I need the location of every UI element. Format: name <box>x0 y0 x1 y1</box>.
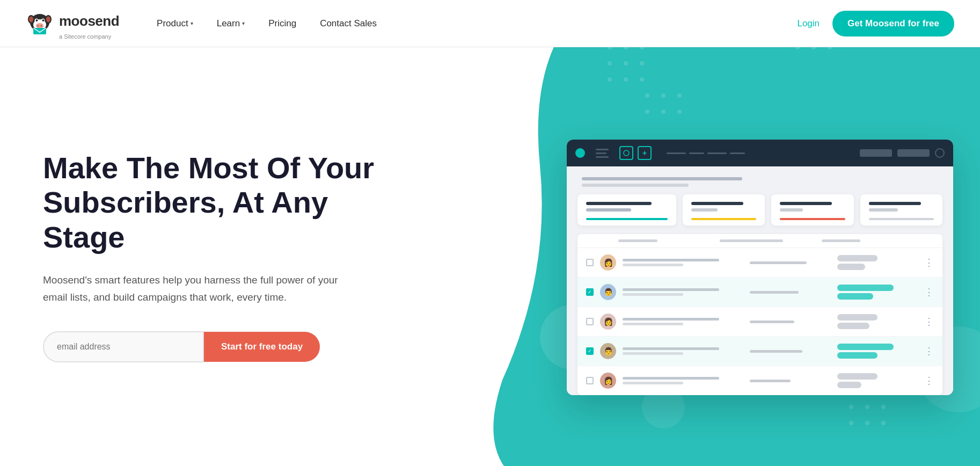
row-4-checkbox[interactable]: ✓ <box>586 347 594 355</box>
row-4-menu[interactable]: ⋮ <box>924 345 934 357</box>
row-1-name <box>623 259 743 266</box>
start-free-button[interactable]: Start for free today <box>204 332 320 362</box>
nav-item-product[interactable]: Product ▾ <box>145 0 205 47</box>
row-4-tag-2 <box>837 352 877 359</box>
sc-line-med-1 <box>586 208 631 212</box>
sc-line-med-4 <box>869 208 898 212</box>
row-4-avatar-face: 👨 <box>600 343 616 359</box>
svg-point-45 <box>624 150 629 156</box>
row-1-tag-1 <box>837 255 877 261</box>
row-5-tag-2 <box>837 382 861 388</box>
svg-point-5 <box>46 16 50 22</box>
sc-line-dark-1 <box>586 202 652 205</box>
login-button[interactable]: Login <box>797 18 820 29</box>
hero-left: Make The Most Of Your Subscribers, At An… <box>0 119 408 395</box>
nav-links: Product ▾ Learn ▾ Pricing Contact Sales <box>145 0 797 47</box>
get-moosend-button[interactable]: Get Moosend for free <box>832 11 954 37</box>
hero-subtitle: Moosend's smart features help you harnes… <box>43 272 354 305</box>
plus-icon: + <box>642 149 647 157</box>
row-4-tag-1 <box>837 344 894 350</box>
rn-line-9 <box>623 377 719 380</box>
header-line-1 <box>582 177 742 180</box>
rn-line-8 <box>623 352 683 355</box>
nav-right: Login Get Moosend for free <box>797 11 954 37</box>
row-2-menu[interactable]: ⋮ <box>924 286 934 298</box>
row-2-name <box>623 288 743 296</box>
menu-line-2 <box>596 152 606 154</box>
svg-point-4 <box>29 16 33 22</box>
logo-text: moosend <box>59 13 119 30</box>
sc-line-med-3 <box>780 208 802 212</box>
hero-title: Make The Most Of Your Subscribers, At An… <box>43 151 376 254</box>
row-4-mid <box>750 350 830 353</box>
stat-card-3-lines <box>780 202 845 212</box>
th-col-2 <box>720 239 817 242</box>
stat-underline-gray <box>869 218 934 220</box>
sc-line-med-2 <box>691 208 718 212</box>
row-5-tag-1 <box>837 373 877 380</box>
row-4-mid-line <box>750 350 802 353</box>
row-4-tags <box>837 344 918 359</box>
email-input[interactable] <box>43 331 204 362</box>
row-2-mid <box>750 291 830 294</box>
nav-item-pricing[interactable]: Pricing <box>257 0 308 47</box>
sc-line-dark-4 <box>869 202 921 205</box>
row-1-menu[interactable]: ⋮ <box>924 257 934 268</box>
row-5-avatar-face: 👩 <box>600 373 616 389</box>
row-3-tag-2 <box>837 323 869 329</box>
nav-contact-label: Contact Sales <box>320 18 377 29</box>
titlebar-icon-box-2: + <box>638 146 652 160</box>
titlebar-rect-1 <box>860 149 892 157</box>
th-line-1 <box>618 239 657 242</box>
row-3-tag-1 <box>837 314 877 321</box>
th-col-3 <box>822 239 919 242</box>
titlebar-circle-outline <box>935 148 945 158</box>
row-1-checkbox[interactable] <box>586 259 594 266</box>
logo-sub: a Sitecore company <box>59 33 111 40</box>
menu-line-3 <box>596 156 609 158</box>
svg-point-12 <box>38 25 39 26</box>
table-row-4: ✓ 👨 <box>577 337 942 366</box>
row-5-menu[interactable]: ⋮ <box>924 375 934 387</box>
stat-card-1-lines <box>586 202 668 212</box>
nav-learn-label: Learn <box>217 18 240 29</box>
row-3-checkbox[interactable] <box>586 318 594 325</box>
row-5-mid-line <box>750 380 790 382</box>
row-3-menu[interactable]: ⋮ <box>924 316 934 327</box>
table-row-2: ✓ 👨 <box>577 278 942 307</box>
nav-item-learn[interactable]: Learn ▾ <box>205 0 257 47</box>
rn-line-7 <box>623 347 719 350</box>
table-row-1: 👩 ⋮ <box>577 248 942 278</box>
stat-card-4-lines <box>869 202 934 212</box>
svg-point-10 <box>42 19 45 21</box>
navbar: moosend a Sitecore company Product ▾ Lea… <box>0 0 980 47</box>
stat-underline-orange <box>780 218 845 220</box>
row-3-name <box>623 318 743 325</box>
th-col-1 <box>618 239 715 242</box>
app-window: + <box>567 140 953 395</box>
row-5-checkbox[interactable] <box>586 377 594 384</box>
row-1-mid <box>750 261 830 264</box>
dash-2 <box>689 152 704 154</box>
stat-underline-yellow <box>691 218 756 220</box>
nav-item-contact[interactable]: Contact Sales <box>308 0 389 47</box>
row-2-tag-2 <box>837 293 874 300</box>
stat-card-4 <box>860 194 942 225</box>
sc-line-dark-3 <box>780 202 832 205</box>
svg-point-11 <box>36 23 43 28</box>
svg-point-13 <box>41 25 42 26</box>
row-4-avatar: 👨 <box>600 343 616 359</box>
rn-line-10 <box>623 382 683 384</box>
row-2-tag-1 <box>837 285 894 291</box>
row-3-avatar-face: 👩 <box>600 314 616 330</box>
stat-cards <box>577 194 942 225</box>
header-line-2 <box>582 184 689 187</box>
menu-line-1 <box>596 149 609 150</box>
stat-card-3 <box>771 194 853 225</box>
row-3-avatar: 👩 <box>600 314 616 330</box>
moosend-logo-icon <box>26 8 54 35</box>
sc-line-dark-2 <box>691 202 743 205</box>
stat-card-2-lines <box>691 202 756 212</box>
row-2-checkbox[interactable]: ✓ <box>586 288 594 296</box>
logo-row: moosend <box>26 8 119 35</box>
